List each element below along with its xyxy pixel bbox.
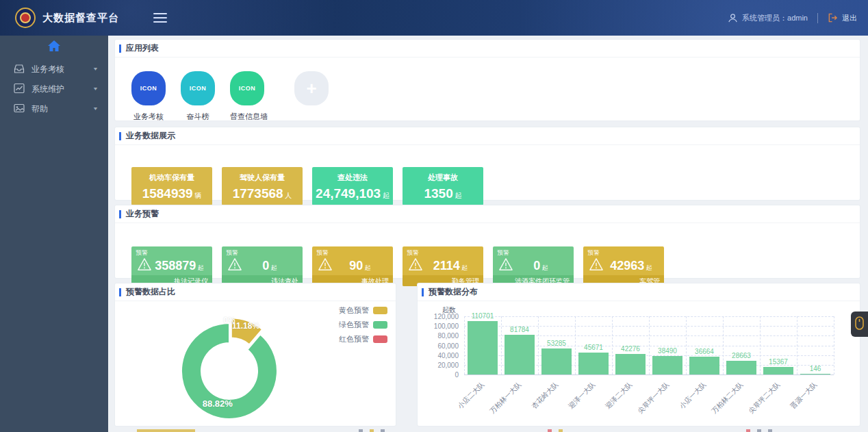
metric-label: 机动车保有量	[131, 173, 212, 183]
metric-value: 1584939 辆	[131, 186, 212, 201]
top-navbar: 大数据督查平台 系统管理员：admin 退出	[0, 0, 868, 36]
warning-triangle-icon	[589, 257, 604, 274]
bar-chart: 起数 020,00040,00060,00080,000100,000120,0…	[418, 301, 860, 426]
warning-card-1: 预警358879 起执法记录仪	[131, 246, 212, 286]
warning-unit: 起	[460, 264, 468, 271]
below-fold-sliver	[359, 429, 363, 432]
pie-slice-label: 88.82%	[203, 398, 233, 408]
y-axis-tick: 80,000	[419, 332, 459, 340]
metric-label: 处理事故	[403, 173, 483, 183]
metric-unit: 起	[453, 192, 462, 199]
app-icon: ICON	[230, 71, 264, 105]
image-icon	[14, 103, 25, 116]
y-axis-tick: 100,000	[419, 322, 459, 330]
below-fold-sliver	[559, 429, 563, 432]
home-icon	[48, 40, 60, 54]
gridline	[464, 316, 465, 374]
metric-unit: 人	[283, 192, 292, 199]
gridline	[760, 316, 761, 374]
trend-icon	[14, 83, 25, 96]
gridline	[834, 316, 834, 374]
gridline	[538, 316, 539, 374]
warning-value: 358879 起	[152, 259, 207, 273]
app-tile-3[interactable]: ICON督查信息墙	[230, 71, 264, 122]
metric-card-2: 驾驶人保有量1773568 人	[222, 167, 303, 205]
warning-main: 0 起	[222, 256, 303, 275]
warning-main: 0 起	[493, 256, 574, 275]
bar	[800, 374, 830, 374]
bar-value-label: 38490	[658, 347, 677, 355]
warning-card-5: 预警0 起涉酒案件闭环监管	[493, 246, 574, 286]
menu-toggle-icon[interactable]	[153, 13, 167, 23]
metric-value: 24,749,103 起	[312, 186, 393, 201]
add-app-button[interactable]: +	[294, 71, 329, 105]
warning-unit: 起	[363, 264, 371, 271]
app-icon: ICON	[181, 71, 215, 105]
metric-label: 查处违法	[312, 173, 393, 183]
logout-button[interactable]: 退出	[828, 13, 857, 23]
warning-card-3: 预警90 起事故处理	[312, 246, 393, 286]
x-axis-label: 万柏林一大队	[488, 380, 524, 416]
sidebar-item-label: 帮助	[31, 103, 48, 115]
gridline	[501, 316, 502, 374]
metric-card-4: 处理事故1350 起	[403, 167, 483, 205]
scroll-helper-button[interactable]	[851, 312, 868, 337]
below-fold-sliver	[757, 429, 761, 432]
sidebar-item-3[interactable]: 帮助▼	[0, 99, 108, 118]
metric-value: 1773568 人	[222, 186, 303, 201]
app-list-panel: 应用列表 ICON业务考核ICON奋斗榜ICON督查信息墙+	[115, 40, 860, 120]
logout-label: 退出	[842, 13, 857, 23]
app-tile-2[interactable]: ICON奋斗榜	[181, 71, 215, 122]
warning-triangle-icon	[227, 257, 242, 274]
pie-slice-label: 0%	[223, 316, 235, 325]
app-tile-label: 业务考核	[131, 112, 166, 122]
x-axis-label: 杏花岭大队	[530, 380, 561, 411]
x-axis-line	[464, 374, 834, 375]
below-fold-sliver	[746, 429, 750, 432]
x-axis-label: 迎泽二大队	[604, 380, 635, 411]
bar-value-label: 53285	[547, 340, 566, 347]
x-axis-label: 小店一大队	[678, 380, 709, 411]
sidebar: 业务考核▼系统维护▼帮助▼	[0, 36, 108, 432]
warning-unit: 起	[644, 264, 652, 271]
dashboard-page: 大数据督查平台 系统管理员：admin 退出 业务考核▼系统维护▼帮助▼	[0, 0, 868, 432]
below-fold-sliver	[381, 429, 385, 432]
sidebar-home-button[interactable]	[0, 36, 108, 59]
warning-value: 90 起	[333, 259, 387, 273]
warning-unit: 起	[196, 264, 204, 271]
sidebar-item-label: 业务考核	[31, 64, 64, 75]
bar	[726, 361, 756, 374]
warning-card-2: 预警0 起违法查处	[222, 246, 303, 286]
warning-cards-row: 预警358879 起执法记录仪预警0 起违法查处预警90 起事故处理预警2114…	[115, 223, 860, 286]
section-title-bars: 预警数据分布	[418, 283, 860, 301]
bar	[689, 357, 719, 374]
sidebar-item-2[interactable]: 系统维护▼	[0, 79, 108, 99]
y-axis-tick: 40,000	[419, 352, 459, 359]
chevron-down-icon: ▼	[92, 106, 99, 112]
sidebar-item-1[interactable]: 业务考核▼	[0, 60, 108, 79]
section-title-metrics: 业务数据展示	[115, 127, 860, 145]
section-title-warnings: 业务预警	[115, 205, 860, 223]
bar-value-label: 110701	[472, 312, 494, 320]
app-tile-1[interactable]: ICON业务考核	[131, 71, 166, 122]
warning-triangle-icon	[137, 257, 152, 274]
below-fold-sliver	[137, 429, 195, 432]
donut-chart	[115, 301, 396, 426]
warning-triangle-icon	[498, 257, 513, 274]
x-axis-label: 尖草坪二大队	[747, 380, 782, 416]
bar-value-label: 42276	[621, 345, 640, 353]
app-icon: ICON	[131, 71, 166, 105]
x-axis-label: 晋源一大队	[789, 380, 819, 411]
metric-value: 1350 起	[403, 186, 483, 201]
app-list-row: ICON业务考核ICON奋斗榜ICON督查信息墙+	[115, 58, 860, 122]
warning-triangle-icon	[408, 257, 423, 274]
user-icon	[728, 13, 738, 23]
business-data-panel: 业务数据展示 机动车保有量1584939 辆驾驶人保有量1773568 人查处违…	[115, 127, 860, 200]
x-axis-label: 尖草坪一大队	[636, 380, 672, 416]
mouse-icon	[855, 316, 864, 333]
below-fold-sliver	[370, 429, 374, 432]
bar	[578, 353, 609, 374]
x-axis-label: 万柏林二大队	[710, 380, 745, 416]
police-badge-logo	[15, 8, 36, 28]
warning-unit: 起	[269, 264, 277, 271]
